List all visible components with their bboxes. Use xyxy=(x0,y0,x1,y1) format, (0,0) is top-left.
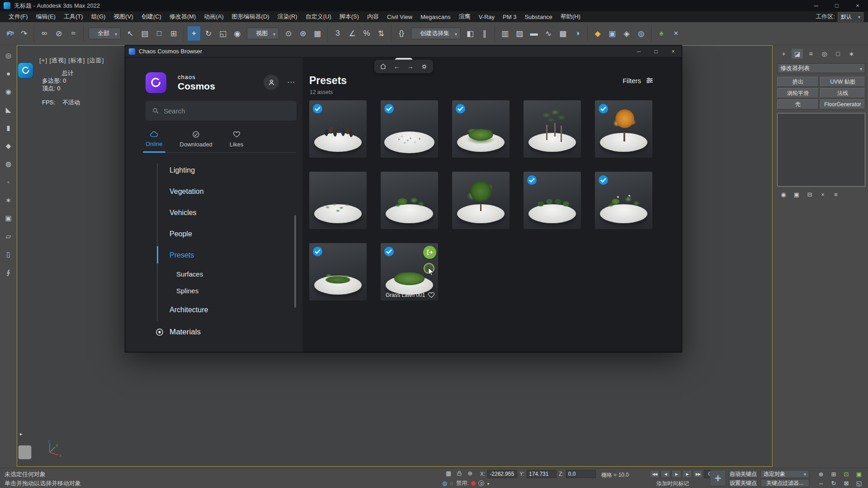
plane-icon[interactable]: ▱ xyxy=(3,230,14,242)
menu-item[interactable]: 脚本(S) xyxy=(335,11,363,22)
menu-item[interactable]: 自定义(U) xyxy=(302,11,335,22)
close-button[interactable]: × xyxy=(847,0,868,11)
menu-item[interactable]: Substance xyxy=(520,11,556,22)
hierarchy-tab-icon[interactable]: ≡ xyxy=(805,49,816,59)
cylinder-icon[interactable]: ▯ xyxy=(3,249,14,260)
spinner-snap-icon[interactable]: ⇅ xyxy=(374,26,388,41)
check-badge-icon[interactable] xyxy=(456,104,465,113)
asset-grass-patch[interactable] xyxy=(309,243,367,300)
category-item[interactable]: People xyxy=(125,223,302,244)
display-tab-icon[interactable]: □ xyxy=(832,49,844,59)
modifier-button[interactable]: 法线 xyxy=(820,88,865,98)
pin-stack-icon[interactable]: ◉ xyxy=(779,190,788,198)
cosmos-close-button[interactable]: × xyxy=(665,46,682,57)
modify-tab-icon[interactable]: ◪ xyxy=(792,49,803,59)
lock-selection-icon[interactable] xyxy=(456,470,462,477)
select-by-name-icon[interactable]: ▤ xyxy=(138,26,151,41)
select-and-link-icon[interactable]: ∞ xyxy=(38,26,51,41)
key-mode-dropdown[interactable]: 选定对象 xyxy=(760,470,809,478)
selection-filter-dropdown[interactable]: 全部 xyxy=(89,28,121,39)
toolbar-item[interactable] xyxy=(651,25,651,42)
check-badge-icon[interactable] xyxy=(384,104,394,113)
triangle-icon[interactable]: ◣ xyxy=(3,104,14,115)
check-badge-icon[interactable] xyxy=(313,104,322,113)
status-toggle-icon[interactable]: ◌ xyxy=(450,480,453,487)
check-badge-icon[interactable] xyxy=(527,175,537,185)
set-key-button[interactable]: 设置关键点 xyxy=(729,479,758,487)
go-to-start-icon[interactable]: ◀◀ xyxy=(650,470,660,478)
category-item[interactable]: Lighting xyxy=(125,160,302,181)
asset-bushes[interactable] xyxy=(381,172,438,229)
unlink-selection-icon[interactable]: ⊘ xyxy=(52,26,66,41)
pan-icon[interactable]: ⇔ xyxy=(815,479,827,488)
menu-item[interactable]: 编辑(E) xyxy=(32,11,60,22)
forward-icon[interactable]: → xyxy=(407,63,414,70)
bind-to-space-warp-icon[interactable]: ≈ xyxy=(66,26,80,41)
select-and-place-icon[interactable]: ◉ xyxy=(231,26,244,41)
remove-modifier-icon[interactable]: × xyxy=(818,190,827,198)
category-item[interactable]: Presets xyxy=(125,244,302,266)
shaded-sphere-icon[interactable]: ◍ xyxy=(3,158,14,169)
cloud-render-icon[interactable]: ◍ xyxy=(634,26,648,41)
render-setup-icon[interactable]: ◆ xyxy=(591,26,604,41)
modifier-button[interactable]: 涡轮平滑 xyxy=(777,88,819,98)
back-icon[interactable]: ← xyxy=(394,63,400,70)
tab-online[interactable]: Online xyxy=(146,131,163,148)
search-box[interactable] xyxy=(146,101,297,121)
forest-tools-icon[interactable]: ♠ xyxy=(655,26,668,41)
category-item[interactable]: Vegetation xyxy=(125,181,302,202)
gear-icon[interactable] xyxy=(421,63,428,70)
check-badge-icon[interactable] xyxy=(313,247,322,256)
toggle-scene-explorer-icon[interactable]: ▥ xyxy=(498,26,512,41)
tab-likes[interactable]: Likes xyxy=(230,131,243,148)
menu-item[interactable]: 图形编辑器(D) xyxy=(228,11,274,22)
menu-item[interactable]: Civil View xyxy=(383,11,416,22)
curve-editor-icon[interactable]: ∿ xyxy=(542,26,555,41)
configure-modifier-sets-icon[interactable]: ≡ xyxy=(831,190,840,198)
teapot-icon[interactable]: ◆ xyxy=(3,140,14,151)
record-indicator-icon[interactable] xyxy=(471,481,476,486)
toolbar-item[interactable] xyxy=(587,25,588,42)
angle-snap-icon[interactable]: ∠ xyxy=(345,26,359,41)
next-frame-icon[interactable]: ▶ xyxy=(682,470,692,478)
asset-grass-dense[interactable] xyxy=(452,100,509,158)
window-crossing-icon[interactable]: ⊞ xyxy=(167,26,180,41)
y-coordinate-field[interactable]: 174.731 xyxy=(527,470,557,478)
x-coordinate-field[interactable]: -2262.955 xyxy=(487,470,517,478)
spiral-icon[interactable]: ◉ xyxy=(3,86,14,97)
z-coordinate-field[interactable]: 0.0 xyxy=(566,470,596,478)
chevron-down-icon[interactable] xyxy=(487,480,489,487)
check-badge-icon[interactable] xyxy=(599,104,608,113)
viewport-label[interactable]: [+] [透视] [标准] [边面] xyxy=(39,56,104,65)
mirror-icon[interactable]: ◧ xyxy=(463,26,477,41)
menu-item[interactable]: 组(G) xyxy=(87,11,110,22)
cube-icon[interactable]: ▣ xyxy=(3,212,14,224)
toolbar-item[interactable] xyxy=(495,25,495,42)
edit-named-selection-sets-icon[interactable]: {} xyxy=(395,26,408,41)
key-filters-button[interactable]: 关键点过滤器... xyxy=(760,479,809,487)
utilities-tab-icon[interactable]: ∗ xyxy=(846,49,857,59)
show-end-result-icon[interactable]: ▣ xyxy=(792,190,801,198)
import-to-scene-button[interactable] xyxy=(423,246,436,259)
motion-tab-icon[interactable]: ◎ xyxy=(819,49,830,59)
render-production-icon[interactable]: ◈ xyxy=(620,26,633,41)
zoom-extents-all-icon[interactable]: ▣ xyxy=(853,469,865,479)
cosmos-minimize-button[interactable]: ─ xyxy=(630,46,647,57)
create-tab-icon[interactable]: + xyxy=(778,49,789,59)
asset-grass-lawn[interactable]: Grass Lawn 001 xyxy=(381,243,438,300)
zoom-icon[interactable]: ⊕ xyxy=(815,469,827,479)
asset-autumn-tree[interactable] xyxy=(595,100,652,158)
sidebar-scrollbar[interactable] xyxy=(294,215,296,308)
plugin-tool-icon[interactable]: × xyxy=(669,26,683,41)
modifier-button[interactable]: FloorGenerator xyxy=(820,99,865,109)
modifier-button[interactable]: UVW 贴图 xyxy=(820,77,865,87)
modifier-button[interactable]: 挤出 xyxy=(777,77,819,87)
toolbar-item[interactable] xyxy=(184,25,184,42)
use-pivot-center-icon[interactable]: ⊙ xyxy=(282,26,295,41)
modifier-list-dropdown[interactable]: 修改器列表 xyxy=(777,63,865,73)
previous-frame-icon[interactable]: ◀ xyxy=(660,470,670,478)
menu-item[interactable]: 渲染(R) xyxy=(274,11,302,22)
select-and-manipulate-icon[interactable]: ⊛ xyxy=(296,26,310,41)
add-time-tag[interactable]: 添加时间标记 xyxy=(656,480,689,488)
maximize-viewport-icon[interactable]: ◱ xyxy=(853,479,865,488)
